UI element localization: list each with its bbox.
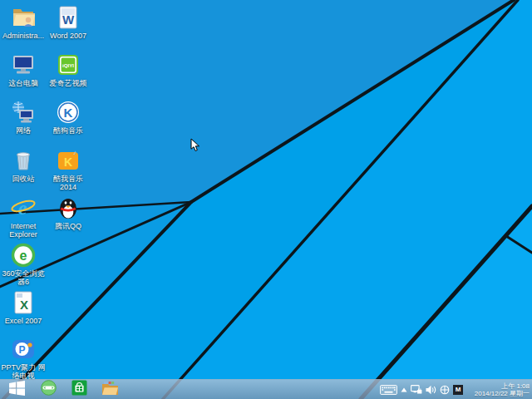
taskbar: M 上午 1:08 2014/12/22 星期一 [0,379,532,399]
svg-text:e: e [20,249,27,263]
kuwo-icon: K ♪ [55,147,81,174]
desktop-icon-kuwo[interactable]: K ♪ 酷我音乐 2014 [45,147,91,191]
taskbar-360-safe-browser[interactable] [33,380,64,399]
taskbar-clock[interactable]: 上午 1:08 2014/12/22 星期一 [466,382,530,397]
windows-logo-icon [9,381,25,399]
icon-label: Word 2007 [45,32,91,40]
360-browser-taskbar-icon [41,380,57,399]
windows-store-icon [71,380,87,399]
globe-tray-icon[interactable] [440,385,450,395]
computer-icon [10,52,37,78]
taskbar-windows-store[interactable] [64,380,95,399]
system-tray: M 上午 1:08 2014/12/22 星期一 [380,380,532,399]
svg-text:W: W [62,12,75,27]
pptv-icon: P [10,336,37,362]
kugou-icon: K [55,99,81,126]
svg-text:K: K [64,155,72,169]
mouse-cursor [190,138,200,155]
svg-text:P: P [18,344,25,356]
network-tray-icon[interactable] [411,385,422,395]
start-button[interactable] [0,380,33,399]
icon-label: 酷狗音乐 [45,126,91,135]
desktop-icon-qq[interactable]: 腾讯QQ [45,195,91,230]
svg-text:iQIYI: iQIYI [62,62,74,68]
icon-label: 网络 [0,126,47,135]
icon-label: 酷我音乐 2014 [45,175,91,191]
clock-time: 上午 1:08 [470,382,530,390]
file-explorer-icon [101,381,119,399]
internet-explorer-icon: e [10,195,37,221]
volume-tray-icon[interactable] [426,385,436,395]
desktop-icon-this-pc[interactable]: 这台电脑 [0,52,47,87]
desktop-icon-administrator[interactable]: Administra... [0,4,47,40]
icon-label: 回收站 [0,175,47,183]
excel-icon: X [10,289,37,316]
desktop-icon-excel-2007[interactable]: X Excel 2007 [0,289,47,325]
input-method-indicator[interactable]: M [453,385,463,395]
word-icon: W [55,4,81,31]
qq-penguin-icon [55,195,81,221]
360-browser-icon: e [10,242,37,268]
desktop-icon-network[interactable]: 网络 [0,99,47,135]
show-hidden-icons-chevron[interactable] [401,387,407,392]
desktop: { "wallpaper": { "description": "blue gl… [0,0,532,399]
desktop-icon-pptv[interactable]: P PPTV聚力 网 络电视 [0,336,47,380]
desktop-icon-recycle-bin[interactable]: 回收站 [0,147,47,183]
clock-date: 2014/12/22 星期一 [470,390,530,397]
desktop-icon-word-2007[interactable]: W Word 2007 [45,4,91,40]
icon-label: Excel 2007 [0,317,47,325]
desktop-icon-kugou[interactable]: K 酷狗音乐 [45,99,91,135]
icon-label: 爱奇艺视频 [45,79,91,87]
icon-label: 360安全浏览 器6 [0,269,47,286]
recycle-bin-icon [10,147,37,174]
desktop-icon-360-browser[interactable]: e 360安全浏览 器6 [0,242,47,286]
icon-label: 腾讯QQ [45,222,91,230]
network-icon [10,99,37,126]
icon-label: Internet Explorer [0,222,47,239]
icon-label: PPTV聚力 网 络电视 [0,363,47,380]
svg-text:♪: ♪ [73,149,76,156]
icon-label: 这台电脑 [0,79,47,87]
touch-keyboard-icon[interactable] [380,385,397,395]
desktop-icon-iqiyi[interactable]: iQIYI 爱奇艺视频 [45,52,91,87]
iqiyi-icon: iQIYI [55,52,81,78]
user-folder-icon [10,4,37,31]
svg-text:e: e [18,197,27,219]
icon-label: Administra... [0,32,47,40]
svg-text:K: K [64,106,73,120]
taskbar-file-explorer[interactable] [95,380,126,399]
desktop-icon-internet-explorer[interactable]: e Internet Explorer [0,195,47,239]
svg-text:X: X [20,298,28,312]
